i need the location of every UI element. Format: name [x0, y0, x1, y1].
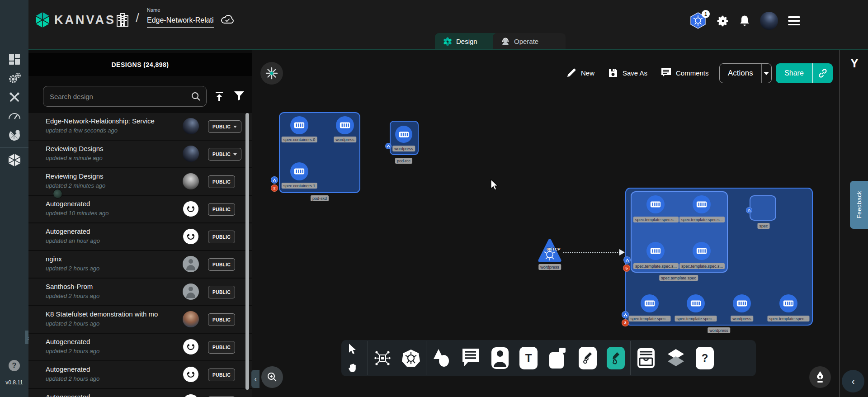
edge-service-to-deployment[interactable] [563, 252, 621, 253]
template-container-3[interactable] [693, 242, 711, 260]
spec-kube-badge[interactable] [746, 207, 752, 213]
design-row[interactable]: Autogenerated updated an hour ago PUBLIC [28, 223, 252, 250]
visibility-badge[interactable]: PUBLIC [208, 341, 235, 354]
deploy-container-2[interactable] [733, 294, 751, 312]
notifications-button[interactable] [739, 15, 750, 27]
filter-button[interactable] [234, 91, 245, 101]
visibility-badge[interactable]: PUBLIC [208, 203, 235, 216]
search-input[interactable] [49, 92, 191, 101]
share-label: Share [776, 69, 812, 77]
shapes-tool[interactable] [432, 348, 451, 368]
visibility-badge[interactable]: PUBLIC [208, 258, 235, 271]
design-row[interactable]: Edge-Network-Relationship: Service updat… [28, 113, 252, 140]
kanvas-brand[interactable]: KANVAS [35, 12, 116, 28]
new-design-button[interactable]: New [566, 62, 594, 83]
sidebar-item-kanvas[interactable] [0, 151, 28, 170]
visibility-badge[interactable]: PUBLIC [208, 286, 235, 298]
list-scrollbar[interactable] [245, 113, 249, 390]
template-error-badge[interactable]: 5 [623, 265, 630, 272]
save-as-button[interactable]: Save As [608, 62, 647, 83]
menu-button[interactable] [788, 16, 800, 25]
design-search[interactable] [43, 86, 207, 107]
design-row[interactable]: K8 Statefulset demonstration with mo upd… [28, 306, 252, 333]
design-row[interactable]: Autogenerated updated 10 minutes ago PUB… [28, 196, 252, 222]
design-row[interactable]: Reviewing Designs updated 2 minutes ago … [28, 168, 252, 195]
zoom-button[interactable] [261, 366, 283, 388]
layers-tool[interactable] [666, 348, 686, 368]
extension-logo[interactable]: Y [847, 55, 862, 71]
tab-operate[interactable]: Operate [493, 33, 566, 50]
right-panel-toggle[interactable]: ‹ [842, 370, 864, 392]
media-tool[interactable] [491, 346, 509, 370]
design-name-input[interactable] [147, 15, 214, 28]
drawing-mode-button[interactable] [809, 366, 831, 388]
node-container-spec-containers-0[interactable] [290, 116, 308, 134]
design-row[interactable]: Autogenerated updated 2 hours ago PUBLIC [28, 334, 252, 360]
visibility-badge[interactable]: PUBLIC [208, 231, 235, 243]
visibility-badge[interactable]: PUBLIC [208, 120, 241, 133]
pen-tool[interactable] [579, 347, 597, 369]
node-label: spec.template.spec.s... [633, 263, 679, 269]
pod-skd-error-badge[interactable]: 2 [271, 184, 278, 192]
help-button[interactable]: ? [9, 360, 20, 371]
node-label: spec.template.spec.s... [679, 263, 725, 269]
annotation-comment-tool[interactable] [461, 348, 481, 369]
sidebar-item-extensions[interactable] [0, 126, 28, 145]
design-name: Autogenerated [46, 365, 90, 373]
design-row[interactable]: Autogenerated PUBLIC [28, 389, 252, 397]
settings-button[interactable] [717, 15, 729, 27]
organization-icon[interactable] [116, 13, 129, 27]
deployment-error-badge[interactable]: 3 [622, 319, 629, 326]
pod-skd-kube-badge[interactable] [271, 176, 278, 184]
node-label: spec.template.spec.s... [679, 217, 725, 222]
share-button[interactable]: Share [776, 63, 833, 83]
visibility-badge[interactable]: PUBLIC [208, 313, 235, 326]
kubernetes-components-tool[interactable] [401, 349, 420, 368]
node-pod-template[interactable] [631, 191, 728, 273]
design-row[interactable]: Santhosh-Prom updated 2 hours ago PUBLIC [28, 279, 252, 305]
template-container-1[interactable] [693, 195, 711, 213]
template-kube-badge[interactable] [623, 256, 631, 264]
catalog-drawer-tool[interactable] [636, 347, 656, 369]
actions-caret-button[interactable] [761, 64, 771, 83]
deployment-kube-badge[interactable] [622, 311, 629, 318]
user-avatar[interactable] [760, 12, 778, 30]
node-container-spec-containers-1[interactable] [290, 162, 308, 180]
mesh-components-tool[interactable] [373, 349, 392, 367]
visibility-badge[interactable]: PUBLIC [208, 175, 235, 188]
node-container-wordpress[interactable] [336, 116, 354, 134]
panel-collapse-handle[interactable]: ‹ [251, 370, 259, 388]
pod-rcc-kube-badge[interactable] [385, 143, 392, 149]
design-row[interactable]: Reviewing Designs updated a minute ago P… [28, 141, 252, 167]
doodle-tool-active[interactable] [607, 347, 625, 369]
node-container-wordpress-rcc[interactable] [395, 126, 412, 143]
left-sidebar: ? v0.8.11 [0, 0, 28, 397]
deploy-container-1[interactable] [687, 294, 705, 312]
kubernetes-context-button[interactable]: 1 [690, 12, 707, 30]
text-tool[interactable]: T [519, 347, 538, 369]
note-tool[interactable] [547, 347, 567, 369]
sidebar-item-dashboard[interactable] [0, 50, 28, 69]
copy-link-button[interactable] [812, 63, 833, 83]
import-sort-button[interactable] [214, 91, 225, 102]
visibility-badge[interactable]: PUBLIC [208, 369, 235, 381]
feedback-tab[interactable]: Feedback [850, 181, 868, 229]
sidebar-item-performance[interactable] [0, 107, 28, 126]
deploy-container-0[interactable] [641, 294, 659, 312]
sidebar-item-configuration[interactable] [0, 88, 28, 107]
select-tool[interactable] [348, 343, 358, 355]
design-row[interactable]: nginx updated 2 hours ago PUBLIC [28, 251, 252, 278]
deploy-container-3[interactable] [779, 294, 797, 312]
pan-tool[interactable] [348, 363, 358, 373]
actions-button[interactable]: Actions [719, 63, 772, 83]
node-spec[interactable] [750, 195, 776, 221]
meshery-loader-button[interactable] [260, 62, 283, 85]
cloud-sync-icon[interactable] [221, 14, 234, 25]
comments-button[interactable]: Comments [661, 62, 709, 83]
design-row[interactable]: Autogenerated updated 2 hours ago PUBLIC [28, 361, 252, 388]
sidebar-item-lifecycle[interactable] [0, 69, 28, 88]
dock-help-tool[interactable]: ? [696, 347, 714, 369]
template-container-2[interactable] [646, 242, 665, 260]
visibility-badge[interactable]: PUBLIC [208, 148, 241, 161]
template-container-0[interactable] [646, 195, 665, 213]
